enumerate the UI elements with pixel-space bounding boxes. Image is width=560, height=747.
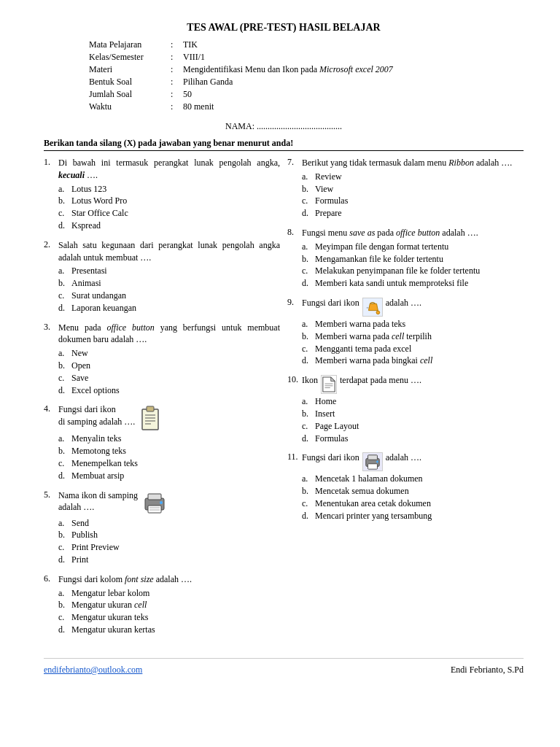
- question-10: 10. Ikon terdapat pada menu ….: [287, 374, 524, 444]
- paint-bucket-icon: [362, 298, 383, 317]
- svg-rect-24: [368, 464, 377, 469]
- option-10c: c.Page Layout: [302, 420, 524, 433]
- meta-bentuk-value: Pilihan Ganda: [183, 77, 393, 88]
- footer: endifebrianto@outlook.com Endi Febrianto…: [44, 658, 524, 676]
- options-4: a.Menyalin teks b.Memotong teks c.Menemp…: [58, 433, 280, 481]
- options-6: a.Mengatur lebar kolom b.Mengatur ukuran…: [58, 587, 280, 636]
- question-11: 11. Fungsi dari ikon adalah ….: [287, 452, 524, 522]
- meta-bentuk-label: Bentuk Soal: [89, 77, 169, 88]
- option-1b: b.Lotus Word Pro: [58, 195, 280, 207]
- meta-jumlah-label: Jumlah Soal: [89, 89, 169, 100]
- option-5c: c.Print Preview: [58, 541, 280, 554]
- option-8c: c.Melakukan penyimpanan file ke folder t…: [302, 265, 524, 277]
- option-7d: d.Prepare: [302, 207, 524, 220]
- option-10a: a.Home: [302, 395, 524, 408]
- footer-name: Endi Febrianto, S.Pd: [451, 665, 524, 676]
- option-11a: a.Mencetak 1 halaman dokumen: [302, 473, 524, 485]
- footer-email[interactable]: endifebrianto@outlook.com: [44, 665, 142, 676]
- option-3b: b.Open: [58, 360, 280, 372]
- question-1: 1. Di bawah ini termasuk perangkat lunak…: [44, 157, 280, 232]
- option-8a: a.Meyimpan file dengan format tertentu: [302, 241, 524, 253]
- meta-waktu-label: Waktu: [89, 101, 169, 112]
- option-5d: d.Print: [58, 554, 280, 566]
- option-4d: d.Membuat arsip: [58, 470, 280, 482]
- option-3a: a.New: [58, 347, 280, 360]
- option-8d: d.Memberi kata sandi untuk memproteksi f…: [302, 277, 524, 290]
- option-7b: b.View: [302, 183, 524, 196]
- option-9b: b.Memberi warna pada cell terpilih: [302, 330, 524, 343]
- option-6d: d.Mengatur ukuran kertas: [58, 624, 280, 636]
- option-7c: c.Formulas: [302, 195, 524, 207]
- option-9d: d.Memberi warna pada bingkai cell: [302, 355, 524, 367]
- instruction: Berikan tanda silang (X) pada jawaban ya…: [44, 138, 524, 151]
- option-2d: d.Laporan keuangan: [58, 302, 280, 314]
- question-5: 5. Nama ikon di sampingadalah ….: [44, 489, 280, 566]
- option-2c: c.Surat undangan: [58, 290, 280, 302]
- option-3d: d.Excel options: [58, 384, 280, 397]
- option-1d: d.Kspread: [58, 220, 280, 232]
- option-10b: b.Insert: [302, 408, 524, 420]
- options-7: a.Review b.View c.Formulas d.Prepare: [302, 171, 524, 220]
- option-6c: c.Mengatur ukuran teks: [58, 611, 280, 624]
- questions-container: 1. Di bawah ini termasuk perangkat lunak…: [44, 157, 524, 643]
- option-6b: b.Mengatur ukuran cell: [58, 599, 280, 611]
- option-4b: b.Memotong teks: [58, 445, 280, 457]
- meta-mata-label: Mata Pelajaran: [89, 39, 169, 50]
- new-doc-icon: [321, 375, 337, 394]
- question-6: 6. Fungsi dari kolom font size adalah ….…: [44, 573, 280, 636]
- svg-rect-7: [148, 494, 161, 500]
- options-10: a.Home b.Insert c.Page Layout d.Formulas: [302, 395, 524, 444]
- meta-mata-value: TIK: [183, 39, 393, 50]
- nama-line: NAMA: ..................................…: [44, 121, 524, 132]
- option-6a: a.Mengatur lebar kolom: [58, 587, 280, 600]
- option-2b: b.Animasi: [58, 277, 280, 290]
- svg-rect-0: [142, 409, 158, 430]
- meta-waktu-value: 80 menit: [183, 101, 393, 112]
- clipboard-icon: [139, 405, 161, 431]
- question-9: 9. Fungsi dari ikon adalah ….: [287, 297, 524, 367]
- col-right: 7. Berikut yang tidak termasuk dalam men…: [287, 157, 524, 643]
- meta-info: Mata Pelajaran : TIK Kelas/Semester : VI…: [88, 38, 394, 114]
- option-5a: a.Send: [58, 517, 280, 530]
- svg-point-9: [160, 501, 163, 504]
- option-11b: b.Mencetak semua dokumen: [302, 485, 524, 498]
- question-7: 7. Berikut yang tidak termasuk dalam men…: [287, 157, 524, 220]
- question-8: 8. Fungsi menu save as pada office butto…: [287, 227, 524, 290]
- options-2: a.Presentasi b.Animasi c.Surat undangan …: [58, 265, 280, 314]
- options-5: a.Send b.Publish c.Print Preview d.Print: [58, 517, 280, 566]
- option-4a: a.Menyalin teks: [58, 433, 280, 445]
- options-9: a.Memberi warna pada teks b.Memberi warn…: [302, 318, 524, 367]
- option-2a: a.Presentasi: [58, 265, 280, 277]
- svg-point-25: [376, 461, 378, 463]
- options-11: a.Mencetak 1 halaman dokumen b.Mencetak …: [302, 473, 524, 522]
- option-1a: a.Lotus 123: [58, 183, 280, 196]
- page-title: TES AWAL (PRE-TEST) HASIL BELAJAR: [44, 22, 524, 34]
- option-5b: b.Publish: [58, 529, 280, 541]
- option-10d: d.Formulas: [302, 433, 524, 445]
- option-3c: c.Save: [58, 372, 280, 384]
- options-1: a.Lotus 123 b.Lotus Word Pro c.Star Offi…: [58, 183, 280, 232]
- options-3: a.New b.Open c.Save d.Excel options: [58, 347, 280, 396]
- svg-point-13: [376, 311, 380, 314]
- svg-rect-8: [148, 506, 161, 513]
- question-4: 4. Fungsi dari ikondi samping adalah ….: [44, 403, 280, 481]
- svg-rect-23: [368, 455, 377, 460]
- option-1c: c.Star Office Calc: [58, 207, 280, 220]
- option-11c: c.Menentukan area cetak dokumen: [302, 498, 524, 510]
- option-9c: c.Mengganti tema pada excel: [302, 343, 524, 355]
- meta-jumlah-value: 50: [183, 89, 393, 100]
- option-4c: c.Menempelkan teks: [58, 457, 280, 470]
- question-3: 3. Menu pada office button yang berfungs…: [44, 322, 280, 397]
- option-7a: a.Review: [302, 171, 524, 183]
- printer-icon: [142, 491, 167, 516]
- meta-kelas-label: Kelas/Semester: [89, 52, 169, 63]
- meta-materi-label: Materi: [89, 64, 169, 75]
- col-left: 1. Di bawah ini termasuk perangkat lunak…: [44, 157, 280, 643]
- option-11d: d.Mencari printer yang tersambung: [302, 510, 524, 522]
- options-8: a.Meyimpan file dengan format tertentu b…: [302, 241, 524, 290]
- question-2: 2. Salah satu kegunaan dari perangkat lu…: [44, 239, 280, 314]
- print-icon: [362, 452, 383, 471]
- meta-materi-value: Mengidentifikasi Menu dan Ikon pada Micr…: [183, 64, 393, 75]
- option-9a: a.Memberi warna pada teks: [302, 318, 524, 330]
- option-8b: b.Mengamankan file ke folder tertentu: [302, 253, 524, 266]
